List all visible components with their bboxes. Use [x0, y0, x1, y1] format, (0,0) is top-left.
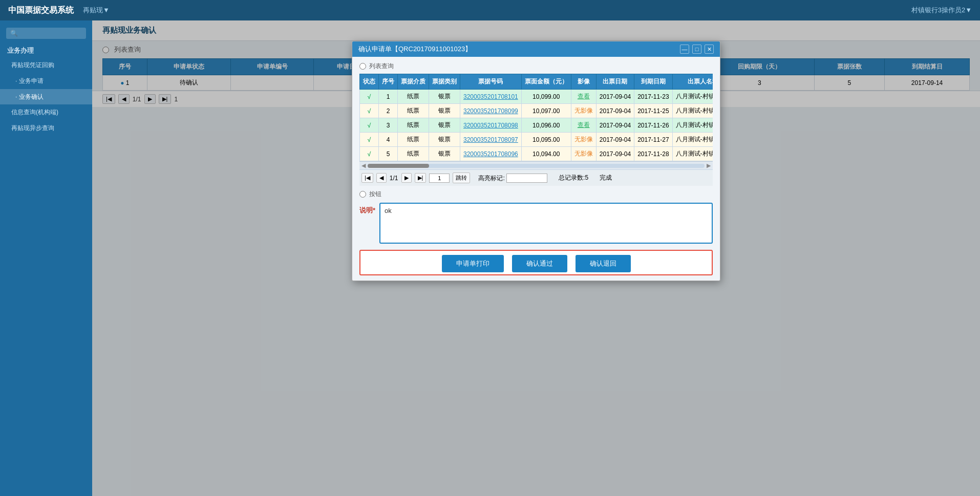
cell-billno[interactable]: 3200035201708099 [460, 104, 522, 118]
inner-col-drawer: 出票人名称 [672, 74, 713, 90]
btn-section-radio[interactable] [359, 191, 366, 198]
cell-billno[interactable]: 3200035201708096 [460, 147, 522, 161]
modal-titlebar: 确认申请单【QRC20170911001023】 — □ ✕ [352, 41, 720, 57]
explain-row: 说明* ok [359, 203, 713, 244]
cell-duedate: 2017-11-28 [634, 147, 672, 161]
app-title: 中国票据交易系统 [8, 5, 74, 16]
modal-restore-btn[interactable]: □ [692, 45, 701, 54]
inner-done-label: 完成 [600, 174, 612, 182]
cell-image[interactable]: 无影像 [571, 147, 596, 161]
cell-medium: 纸票 [398, 104, 429, 118]
h-scroll-area[interactable]: ◀ ▶ [359, 161, 713, 169]
cell-drawer: 八月测试-村镇银行3 [672, 104, 713, 118]
inner-col-duedate: 到期日期 [634, 74, 672, 90]
cell-medium: 纸票 [398, 147, 429, 161]
header-menu[interactable]: 再贴现▼ [83, 6, 110, 15]
cell-drawer: 八月测试-村镇银行3 [672, 133, 713, 147]
inner-highlight-label: 高亮标记: [478, 174, 547, 183]
explain-textarea[interactable]: ok [379, 203, 713, 244]
cell-billno[interactable]: 3200035201708098 [460, 118, 522, 133]
cell-seq: 4 [379, 133, 398, 147]
search-input[interactable] [6, 28, 86, 39]
cell-seq: 1 [379, 90, 398, 104]
inner-section1-label: 列表查询 [359, 62, 713, 71]
sidebar-item-biz-confirm[interactable]: · 业务确认 [0, 89, 92, 105]
cell-amount: 10,096.00 [521, 118, 571, 133]
cell-drawer: 八月测试-村镇银行3 [672, 147, 713, 161]
modal-close-btn[interactable]: ✕ [705, 45, 714, 54]
inner-jump-btn[interactable]: 跳转 [453, 172, 470, 183]
inner-col-status: 状态 [360, 74, 379, 90]
inner-list-radio[interactable] [359, 63, 366, 70]
cell-duedate: 2017-11-27 [634, 133, 672, 147]
inner-first-btn[interactable]: |◀ [361, 173, 373, 183]
h-scroll-track [368, 164, 705, 168]
cell-medium: 纸票 [398, 90, 429, 104]
cell-check: √ [360, 147, 379, 161]
inner-table-scroll[interactable]: 状态 序号 票据介质 票据类别 票据号码 票面金额（元） 影像 出票日期 到期日… [359, 74, 713, 161]
explain-label: 说明* [359, 203, 375, 215]
cell-check: √ [360, 118, 379, 133]
inner-table-row[interactable]: √ 2 纸票 银票 3200035201708099 10,097.00 无影像… [360, 104, 713, 118]
cell-image[interactable]: 查看 [571, 90, 596, 104]
inner-table-header-row: 状态 序号 票据介质 票据类别 票据号码 票面金额（元） 影像 出票日期 到期日… [360, 74, 713, 90]
header-user[interactable]: 村镇银行3操作员2▼ [911, 6, 972, 15]
sidebar-item-repo[interactable]: 再贴现凭证回购 [0, 57, 92, 73]
print-button[interactable]: 申请单打印 [442, 255, 504, 272]
action-buttons-group: 申请单打印 确认通过 确认退回 [359, 250, 713, 275]
approve-button[interactable]: 确认通过 [512, 255, 567, 272]
sidebar-item-biz-apply[interactable]: · 业务申请 [0, 73, 92, 89]
cell-billno[interactable]: 3200035201708101 [460, 90, 522, 104]
inner-col-issuedate: 出票日期 [596, 74, 634, 90]
sidebar-item-async-query[interactable]: 再贴现异步查询 [0, 120, 92, 136]
cell-amount: 10,095.00 [521, 133, 571, 147]
inner-highlight-input[interactable] [506, 174, 547, 183]
inner-prev-btn[interactable]: ◀ [376, 173, 387, 183]
cell-duedate: 2017-11-23 [634, 90, 672, 104]
inner-table-row[interactable]: √ 5 纸票 银票 3200035201708096 10,094.00 无影像… [360, 147, 713, 161]
sidebar-search-area [0, 25, 92, 42]
sidebar-item-info-query[interactable]: 信息查询(机构端) [0, 104, 92, 120]
inner-table-row[interactable]: √ 1 纸票 银票 3200035201708101 10,099.00 查看 … [360, 90, 713, 104]
inner-next-btn[interactable]: ▶ [401, 173, 412, 183]
cell-issuedate: 2017-09-04 [596, 118, 634, 133]
modal-title: 确认申请单【QRC20170911001023】 [358, 45, 472, 54]
inner-table-row[interactable]: √ 4 纸票 银票 3200035201708097 10,095.00 无影像… [360, 133, 713, 147]
inner-table: 状态 序号 票据介质 票据类别 票据号码 票面金额（元） 影像 出票日期 到期日… [359, 74, 713, 161]
cell-type: 银票 [429, 118, 460, 133]
inner-last-btn[interactable]: ▶| [415, 173, 427, 183]
cell-duedate: 2017-11-25 [634, 104, 672, 118]
cell-issuedate: 2017-09-04 [596, 133, 634, 147]
cell-type: 银票 [429, 104, 460, 118]
sidebar-group-bizoffice: 业务办理 [0, 42, 92, 57]
cell-issuedate: 2017-09-04 [596, 147, 634, 161]
cell-image[interactable]: 查看 [571, 118, 596, 133]
cell-amount: 10,099.00 [521, 90, 571, 104]
inner-col-image: 影像 [571, 74, 596, 90]
modal-overlay: 确认申请单【QRC20170911001023】 — □ ✕ 列表查询 [92, 20, 980, 496]
h-scroll-thumb[interactable] [368, 164, 429, 168]
cell-amount: 10,097.00 [521, 104, 571, 118]
inner-pagination: |◀ ◀ 1/1 ▶ ▶| 跳转 高亮标记: 总记录数:5 完成 [359, 169, 713, 186]
modal-minimize-btn[interactable]: — [680, 45, 689, 54]
cell-image[interactable]: 无影像 [571, 104, 596, 118]
cell-billno[interactable]: 3200035201708097 [460, 133, 522, 147]
header: 中国票据交易系统 再贴现▼ 村镇银行3操作员2▼ [0, 0, 980, 20]
reject-button[interactable]: 确认退回 [576, 255, 631, 272]
main-layout: 业务办理 再贴现凭证回购 · 业务申请 · 业务确认 信息查询(机构端) 再贴现… [0, 20, 980, 496]
sidebar: 业务办理 再贴现凭证回购 · 业务申请 · 业务确认 信息查询(机构端) 再贴现… [0, 20, 92, 496]
cell-seq: 2 [379, 104, 398, 118]
inner-table-row[interactable]: √ 3 纸票 银票 3200035201708098 10,096.00 查看 … [360, 118, 713, 133]
cell-seq: 5 [379, 147, 398, 161]
modal-controls: — □ ✕ [680, 45, 714, 54]
btn-section: 按钮 说明* ok 申请单打印 确认通过 确认退回 [359, 190, 713, 275]
cell-image[interactable]: 无影像 [571, 133, 596, 147]
cell-type: 银票 [429, 90, 460, 104]
inner-col-billno: 票据号码 [460, 74, 522, 90]
cell-seq: 3 [379, 118, 398, 133]
inner-col-type: 票据类别 [429, 74, 460, 90]
inner-jump-input[interactable] [429, 174, 450, 183]
content-area: 再贴现业务确认 列表查询 序号 申请单状态 申请单编号 申请日期 申请机构 票据… [92, 20, 980, 496]
inner-total-label: 总记录数:5 [559, 174, 588, 182]
cell-drawer: 八月测试-村镇银行3 [672, 90, 713, 104]
